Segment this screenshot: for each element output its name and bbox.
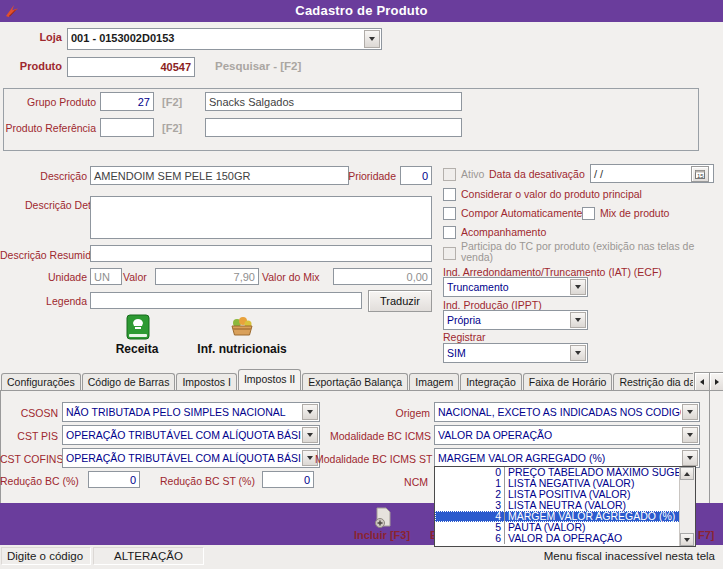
produto-codigo-field[interactable]: 40547 [67, 57, 195, 77]
list-item[interactable]: 0PREÇO TABELADO MÁXIMO SUGERIDO [435, 467, 680, 478]
modalidade-bc-icms-st-dropdown-button[interactable] [682, 450, 698, 466]
registrar-dropdown-button[interactable] [570, 345, 586, 361]
legenda-field[interactable] [90, 292, 362, 309]
registrar-label: Registrar [443, 331, 486, 343]
reducao-bc-label: Redução BC (%) [0, 475, 78, 487]
add-document-icon[interactable] [373, 507, 393, 529]
referencia-f2-hint: [F2] [162, 122, 182, 134]
descricao-resumida-field[interactable] [90, 245, 432, 262]
list-item[interactable]: 6VALOR DA OPERAÇÃO [435, 533, 680, 544]
iat-dropdown-button[interactable] [570, 279, 586, 295]
traduzir-button[interactable]: Traduzir [368, 290, 432, 312]
list-item[interactable]: 5PAUTA (VALOR) [435, 522, 680, 533]
tab-imagem[interactable]: Imagem [409, 373, 459, 390]
grupo-produto-nome-field[interactable]: Snacks Salgados [205, 92, 462, 111]
scroll-down-button[interactable] [680, 533, 694, 546]
fruit-basket-icon[interactable] [228, 317, 256, 337]
list-scrollbar[interactable] [679, 467, 695, 546]
chevron-down-icon [687, 410, 693, 414]
tab-restricao-dia-da-semana[interactable]: Restrição dia da semana [613, 373, 693, 390]
list-item[interactable]: 2LISTA POSITIVA (VALOR) [435, 489, 680, 500]
recipe-book-icon[interactable] [126, 314, 150, 340]
grupo-produto-codigo-field[interactable]: 27 [100, 92, 154, 111]
modalidade-bc-icms-dropdown-button[interactable] [682, 427, 698, 443]
registrar-value: SIM [447, 346, 569, 361]
chevron-down-icon [687, 456, 693, 460]
tab-impostos-2[interactable]: Impostos II [238, 369, 301, 390]
produto-referencia-label: Produto Referência [2, 122, 96, 134]
tab-faixa-de-horario[interactable]: Faixa de Horário [523, 373, 613, 390]
reducao-bc-st-label: Redução BC ST (%) [160, 475, 252, 487]
ativo-checkbox [443, 168, 456, 181]
option-number: 6 [435, 533, 505, 544]
option-text: MARGEM VALOR AGREGADO (%) [505, 511, 680, 522]
loja-value: 001 - 0153002D0153 [71, 31, 363, 48]
ippt-select[interactable]: Própria [443, 310, 588, 330]
descricao-detalhada-label: Descrição Detalhada [25, 199, 87, 212]
chevron-down-icon [575, 318, 581, 322]
chevron-left-icon [700, 379, 704, 385]
ativo-label: Ativo [461, 168, 484, 180]
cst-pis-select[interactable]: OPERAÇÃO TRIBUTÁVEL COM ALÍQUOTA BÁSICA [62, 425, 320, 445]
grupo-f2-hint: [F2] [162, 96, 182, 108]
produto-label: Produto [8, 60, 62, 72]
loja-select[interactable]: 001 - 0153002D0153 [67, 28, 382, 50]
option-text: PREÇO TABELADO MÁXIMO SUGERIDO [505, 467, 680, 478]
descricao-field[interactable]: AMENDOIM SEM PELE 150GR [90, 166, 349, 185]
compor-automaticamente-checkbox[interactable] [443, 207, 456, 220]
incluir-button[interactable]: Incluir [F3] [338, 529, 426, 541]
descricao-detalhada-textarea[interactable] [90, 196, 432, 239]
status-message: Menu fiscal inacessível nesta tela [206, 547, 722, 565]
origem-dropdown-button[interactable] [682, 404, 698, 420]
tab-integracao[interactable]: Integração [460, 373, 522, 390]
tab-impostos-1[interactable]: Impostos I [176, 373, 236, 390]
calendar-icon[interactable]: 15 [691, 166, 709, 182]
acompanhamento-checkbox[interactable] [443, 226, 456, 239]
receita-button[interactable]: Receita [96, 342, 178, 356]
list-item-selected[interactable]: 4MARGEM VALOR AGREGADO (%) [435, 511, 680, 522]
compor-automaticamente-label: Compor Automaticamente [461, 207, 582, 219]
chevron-down-icon [307, 433, 313, 437]
scroll-up-button[interactable] [680, 467, 694, 480]
origem-select[interactable]: NACIONAL, EXCETO AS INDICADAS NOS CODIGO… [434, 402, 700, 422]
modalidade-bc-icms-st-value: MARGEM VALOR AGREGADO (%) [438, 451, 681, 466]
csosn-label: CSOSN [0, 407, 58, 419]
mix-de-produto-checkbox[interactable] [582, 207, 595, 220]
produto-referencia-nome-field[interactable] [205, 118, 462, 137]
tab-exportacao-balanca[interactable]: Exportação Balança [302, 373, 408, 390]
modalidade-bc-icms-st-dropdown-list: 0PREÇO TABELADO MÁXIMO SUGERIDO 1LISTA N… [434, 466, 696, 547]
tab-scroll-left-button[interactable] [694, 372, 710, 391]
modalidade-bc-icms-select[interactable]: VALOR DA OPERAÇÃO [434, 425, 700, 445]
descricao-resumida-label: Descrição Resumida [0, 249, 87, 261]
registrar-select[interactable]: SIM [443, 343, 588, 363]
cst-pis-label: CST PIS [0, 430, 58, 442]
tab-scroll-right-button[interactable] [709, 372, 723, 391]
cst-cofins-select[interactable]: OPERAÇÃO TRIBUTÁVEL COM ALÍQUOTA BÁSICA [62, 448, 320, 468]
list-item[interactable]: 3LISTA NEUTRA (VALOR) [435, 500, 680, 511]
chevron-down-icon [369, 37, 375, 41]
reducao-bc-st-field[interactable]: 0 [262, 471, 314, 488]
modalidade-bc-icms-value: VALOR DA OPERAÇÃO [438, 428, 681, 443]
chevron-down-icon [684, 538, 690, 542]
considerar-valor-checkbox[interactable] [443, 188, 456, 201]
unidade-label: Unidade [27, 271, 87, 283]
prioridade-field[interactable]: 0 [400, 166, 432, 185]
tab-codigo-de-barras[interactable]: Código de Barras [82, 373, 176, 390]
csosn-dropdown-button[interactable] [302, 404, 318, 420]
f7-button-partial[interactable]: F7] [698, 529, 715, 541]
cst-pis-dropdown-button[interactable] [302, 427, 318, 443]
ippt-dropdown-button[interactable] [570, 312, 586, 328]
iat-select[interactable]: Truncamento [443, 277, 588, 297]
acompanhamento-label: Acompanhamento [461, 226, 546, 238]
modalidade-bc-icms-st-select[interactable]: MARGEM VALOR AGREGADO (%) [434, 448, 700, 468]
cst-cofins-value: OPERAÇÃO TRIBUTÁVEL COM ALÍQUOTA BÁSICA [66, 451, 301, 466]
reducao-bc-field[interactable]: 0 [88, 471, 140, 488]
csosn-select[interactable]: NÃO TRIBUTADA PELO SIMPLES NACIONAL [62, 402, 320, 422]
loja-dropdown-button[interactable] [364, 30, 380, 48]
tab-configuracoes[interactable]: Configurações [1, 373, 81, 390]
mix-de-produto-label: Mix de produto [600, 207, 669, 219]
produto-referencia-codigo-field[interactable] [100, 118, 154, 137]
inf-nutricionais-button[interactable]: Inf. nutricionais [188, 342, 296, 356]
chevron-down-icon [687, 433, 693, 437]
list-item[interactable]: 1LISTA NEGATIVA (VALOR) [435, 478, 680, 489]
